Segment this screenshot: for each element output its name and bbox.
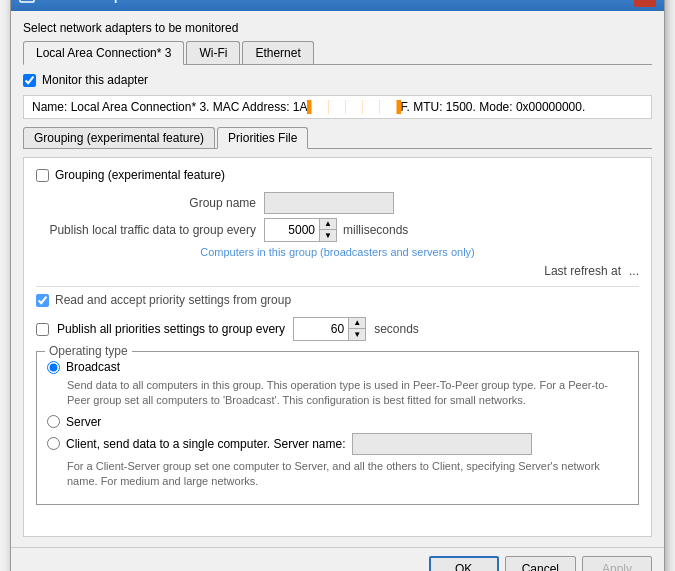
priority-spinner-down[interactable]: ▼ xyxy=(349,329,365,340)
last-refresh-value: ... xyxy=(629,264,639,278)
server-row: Server xyxy=(47,415,628,429)
publish-label: Publish local traffic data to group ever… xyxy=(36,223,256,237)
publish-value-input[interactable] xyxy=(265,219,320,241)
ok-button[interactable]: OK xyxy=(429,556,499,571)
publish-unit: milliseconds xyxy=(343,223,408,237)
bottom-bar: OK Cancel Apply xyxy=(11,547,664,571)
broadcast-desc: Send data to all computers in this group… xyxy=(67,378,628,409)
priority-spinner-up[interactable]: ▲ xyxy=(349,318,365,329)
server-label: Server xyxy=(66,415,101,429)
publish-priority-spinner: ▲ ▼ xyxy=(293,317,366,341)
tab-wifi[interactable]: Wi-Fi xyxy=(186,41,240,64)
server-name-input[interactable] xyxy=(352,433,532,455)
read-priority-label: Read and accept priority settings from g… xyxy=(55,293,291,307)
group-name-input[interactable] xyxy=(264,192,394,214)
publish-priority-btns: ▲ ▼ xyxy=(349,318,365,340)
client-row: Client, send data to a single computer. … xyxy=(47,433,628,455)
monitor-checkbox[interactable] xyxy=(23,74,36,87)
operating-type-title: Operating type xyxy=(45,344,132,358)
sub-tabs: Grouping (experimental feature) Prioriti… xyxy=(23,127,652,149)
client-radio[interactable] xyxy=(47,437,60,450)
monitor-label: Monitor this adapter xyxy=(42,73,148,87)
publish-spinner-up[interactable]: ▲ xyxy=(320,219,336,230)
server-radio[interactable] xyxy=(47,415,60,428)
tab-ethernet[interactable]: Ethernet xyxy=(242,41,313,64)
operating-type-box: Operating type Broadcast Send data to al… xyxy=(36,351,639,505)
publish-row: Publish local traffic data to group ever… xyxy=(36,218,639,242)
priority-unit: seconds xyxy=(374,322,419,336)
grouping-checkbox[interactable] xyxy=(36,169,49,182)
group-name-input-row xyxy=(264,192,639,214)
close-button[interactable]: ✕ xyxy=(634,0,656,7)
window-body: Select network adapters to be monitored … xyxy=(11,11,664,547)
group-name-row: Group name xyxy=(36,192,639,214)
title-bar: Network Adapters ✕ xyxy=(11,0,664,11)
info-bar: Name: Local Area Connection* 3. MAC Addr… xyxy=(23,95,652,119)
broadcast-row: Broadcast xyxy=(47,360,628,374)
title-bar-left: Network Adapters xyxy=(19,0,143,4)
broadcast-label: Broadcast xyxy=(66,360,120,374)
publish-spinner-down[interactable]: ▼ xyxy=(320,230,336,241)
tab-local-area[interactable]: Local Area Connection* 3 xyxy=(23,41,184,65)
group-name-label: Group name xyxy=(36,196,256,210)
grouping-label: Grouping (experimental feature) xyxy=(55,168,225,182)
apply-button[interactable]: Apply xyxy=(582,556,652,571)
divider xyxy=(36,286,639,287)
publish-input-row: ▲ ▼ milliseconds xyxy=(264,218,639,242)
last-refresh-label: Last refresh at xyxy=(544,264,621,278)
client-desc: For a Client-Server group set one comput… xyxy=(67,459,628,490)
window-icon xyxy=(19,0,35,4)
read-priority-checkbox[interactable] xyxy=(36,294,49,307)
cancel-button[interactable]: Cancel xyxy=(505,556,576,571)
svg-rect-0 xyxy=(20,0,34,2)
monitor-row: Monitor this adapter xyxy=(23,73,652,87)
subtab-grouping[interactable]: Grouping (experimental feature) xyxy=(23,127,215,148)
publish-spinner-buttons: ▲ ▼ xyxy=(320,219,336,241)
subtab-priorities[interactable]: Priorities File xyxy=(217,127,308,149)
subtitle: Select network adapters to be monitored xyxy=(23,21,652,35)
client-label: Client, send data to a single computer. … xyxy=(66,437,346,451)
publish-priority-value[interactable] xyxy=(294,318,349,340)
info-highlight: ██████████ xyxy=(307,100,400,114)
info-prefix: Name: Local Area Connection* 3. MAC Addr… xyxy=(32,100,307,114)
publish-priority-row: Publish all priorities settings to group… xyxy=(36,317,639,341)
main-window: Network Adapters ✕ Select network adapte… xyxy=(10,0,665,571)
publish-priority-checkbox[interactable] xyxy=(36,323,49,336)
content-panel: Grouping (experimental feature) Group na… xyxy=(23,157,652,537)
window-title: Network Adapters xyxy=(41,0,143,3)
computers-label: Computers in this group (broadcasters an… xyxy=(36,246,639,258)
publish-priority-label: Publish all priorities settings to group… xyxy=(57,322,285,336)
info-suffix: F. MTU: 1500. Mode: 0x00000000. xyxy=(401,100,586,114)
main-tabs: Local Area Connection* 3 Wi-Fi Ethernet xyxy=(23,41,652,65)
broadcast-radio[interactable] xyxy=(47,361,60,374)
read-priority-row: Read and accept priority settings from g… xyxy=(36,293,639,307)
publish-spinner: ▲ ▼ xyxy=(264,218,337,242)
grouping-checkbox-row: Grouping (experimental feature) xyxy=(36,168,639,182)
last-refresh-row: Last refresh at ... xyxy=(36,264,639,278)
